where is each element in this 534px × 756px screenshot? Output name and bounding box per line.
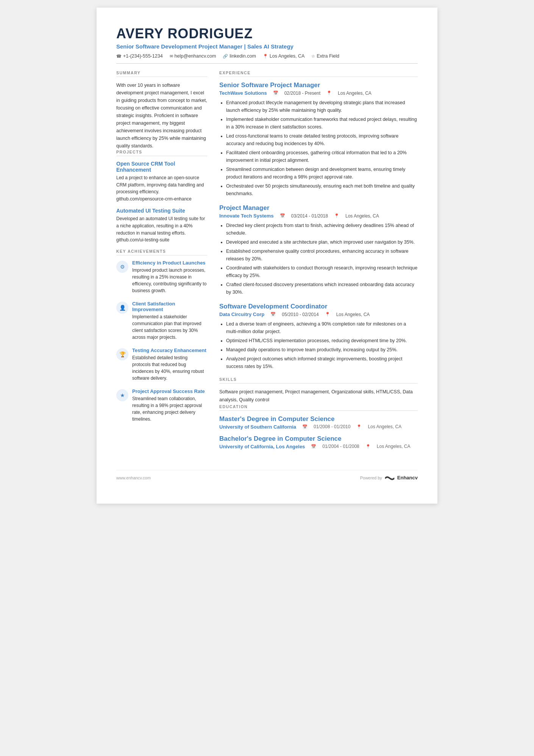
trophy-icon: 🏆: [119, 351, 126, 357]
bullet-2-1: Optimized HTML/CSS implementation proces…: [226, 337, 418, 344]
experience-section: EXPERIENCE Senior Software Project Manag…: [219, 70, 418, 370]
bullet-2-0: Led a diverse team of engineers, achievi…: [226, 320, 418, 335]
job-date-1: 03/2014 - 01/2018: [291, 213, 328, 219]
bullet-1-4: Crafted client-focused discovery present…: [226, 281, 418, 296]
linkedin-text: linkedin.com: [230, 53, 256, 59]
edu-calendar-icon-1: 📅: [311, 444, 316, 449]
achievements-label: KEY ACHIEVEMENTS: [116, 249, 207, 255]
edu-calendar-icon-0: 📅: [302, 424, 308, 429]
location-pin-icon-2: 📍: [325, 312, 330, 317]
experience-label: EXPERIENCE: [219, 70, 418, 77]
brand-name: Enhancv: [397, 475, 418, 481]
email-icon: ✉: [170, 54, 173, 59]
edu-location-icon-0: 📍: [356, 424, 362, 429]
header: AVERY RODRIGUEZ Senior Software Developm…: [116, 26, 418, 64]
bullet-1-1: Developed and executed a site architectu…: [226, 238, 418, 246]
bullet-2-3: Analyzed project outcomes which informed…: [226, 355, 418, 370]
job-title-2: Software Development Coordinator: [219, 303, 418, 310]
summary-text: With over 10 years in software developme…: [116, 81, 207, 150]
job-0: Senior Software Project Manager TechWave…: [219, 81, 418, 197]
bullet-0-4: Streamlined communication between design…: [226, 166, 418, 181]
contact-location: 📍 Los Angeles, CA: [263, 53, 304, 59]
achievement-icon-0: ⚙: [116, 261, 128, 273]
edu-meta-0: University of Southern California 📅 01/2…: [219, 424, 418, 430]
bullet-1-0: Directed key client projects from start …: [226, 222, 418, 237]
email-text: help@enhancv.com: [175, 53, 216, 59]
achievement-title-3: Project Approval Success Rate: [132, 388, 207, 394]
edu-meta-1: University of California, Los Angeles 📅 …: [219, 444, 418, 449]
job-date-2: 05/2010 - 02/2014: [282, 312, 319, 317]
contact-extra: ☆ Extra Field: [311, 53, 339, 59]
achievement-title-1: Client Satisfaction Improvement: [132, 301, 207, 312]
location-pin-icon-0: 📍: [326, 91, 332, 95]
phone-icon: ☎: [116, 54, 122, 59]
achievement-desc-2: Established detailed testing protocols t…: [132, 354, 207, 382]
achievement-desc-3: Streamlined team collaboration, resultin…: [132, 395, 207, 423]
achievement-desc-0: Improved product launch processes, resul…: [132, 267, 207, 294]
job-title-1: Project Manager: [219, 204, 418, 212]
achievement-desc-1: Implemented a stakeholder communication …: [132, 313, 207, 341]
job-2: Software Development Coordinator Data Ci…: [219, 303, 418, 370]
achievement-content-1: Client Satisfaction Improvement Implemen…: [132, 301, 207, 341]
edu-degree-0: Master's Degree in Computer Science: [219, 415, 418, 423]
achievements-section: KEY ACHIEVEMENTS ⚙ Efficiency in Product…: [116, 249, 207, 423]
achievement-content-0: Efficiency in Product Launches Improved …: [132, 260, 207, 294]
edu-location-icon-1: 📍: [365, 444, 371, 449]
contact-linkedin: 🔗 linkedin.com: [223, 53, 256, 59]
job-date-0: 02/2018 - Present: [284, 91, 320, 96]
skills-section: SKILLS Software project management, Proj…: [219, 377, 418, 404]
job-company-0: TechWave Solutions: [219, 90, 267, 96]
achievement-item-3: ★ Project Approval Success Rate Streamli…: [116, 388, 207, 423]
education-section: EDUCATION Master's Degree in Computer Sc…: [219, 404, 418, 449]
phone-text: +1-(234)-555-1234: [123, 53, 163, 59]
job-location-2: Los Angeles, CA: [336, 312, 370, 317]
summary-section: SUMMARY With over 10 years in software d…: [116, 70, 207, 150]
bullet-1-2: Established comprehensive quality contro…: [226, 247, 418, 263]
candidate-title: Senior Software Development Project Mana…: [116, 43, 418, 50]
projects-label: PROJECTS: [116, 150, 207, 156]
candidate-name: AVERY RODRIGUEZ: [116, 26, 418, 42]
efficiency-icon: ⚙: [120, 264, 125, 270]
extra-icon: ☆: [311, 54, 315, 59]
job-meta-0: TechWave Solutions 📅 02/2018 - Present 📍…: [219, 90, 418, 96]
job-company-1: Innovate Tech Systems: [219, 213, 274, 219]
job-bullets-0: Enhanced product lifecycle management by…: [219, 99, 418, 197]
education-label: EDUCATION: [219, 404, 418, 411]
location-pin-icon-1: 📍: [334, 213, 339, 218]
job-title-0: Senior Software Project Manager: [219, 81, 418, 89]
project-item-0: Open Source CRM Tool Enhancement Led a p…: [116, 161, 207, 202]
projects-section: PROJECTS Open Source CRM Tool Enhancemen…: [116, 150, 207, 244]
star-icon: ★: [120, 392, 125, 398]
edu-school-1: University of California, Los Angeles: [219, 444, 305, 449]
achievement-title-2: Testing Accuracy Enhancement: [132, 347, 207, 353]
contact-phone: ☎ +1-(234)-555-1234: [116, 53, 163, 59]
location-icon: 📍: [263, 54, 268, 59]
location-text: Los Angeles, CA: [270, 53, 304, 59]
summary-label: SUMMARY: [116, 70, 207, 77]
calendar-icon-1: 📅: [280, 213, 285, 218]
bullet-0-1: Implemented stakeholder communication fr…: [226, 116, 418, 131]
edu-school-0: University of Southern California: [219, 424, 296, 430]
project-title-0: Open Source CRM Tool Enhancement: [116, 161, 207, 173]
edu-date-1: 01/2004 - 01/2008: [322, 444, 359, 449]
project-item-1: Automated UI Testing Suite Developed an …: [116, 208, 207, 243]
left-column: SUMMARY With over 10 years in software d…: [116, 70, 207, 455]
edu-item-0: Master's Degree in Computer Science Univ…: [219, 415, 418, 430]
calendar-icon-0: 📅: [273, 91, 278, 95]
bullet-0-3: Facilitated client onboarding processes,…: [226, 149, 418, 164]
achievement-icon-2: 🏆: [116, 348, 128, 360]
right-column: EXPERIENCE Senior Software Project Manag…: [219, 70, 418, 455]
satisfaction-icon: 👤: [119, 305, 126, 311]
job-location-1: Los Angeles, CA: [345, 213, 379, 219]
edu-degree-1: Bachelor's Degree in Computer Science: [219, 435, 418, 443]
edu-location-0: Los Angeles, CA: [368, 424, 401, 429]
job-1: Project Manager Innovate Tech Systems 📅 …: [219, 204, 418, 296]
achievement-icon-1: 👤: [116, 302, 128, 314]
achievement-title-0: Efficiency in Product Launches: [132, 260, 207, 266]
job-company-2: Data Circuitry Corp: [219, 311, 264, 317]
bullet-1-3: Coordinated with stakeholders to conduct…: [226, 264, 418, 279]
achievement-item-1: 👤 Client Satisfaction Improvement Implem…: [116, 301, 207, 341]
job-meta-1: Innovate Tech Systems 📅 03/2014 - 01/201…: [219, 213, 418, 219]
resume-page: AVERY RODRIGUEZ Senior Software Developm…: [97, 8, 437, 504]
job-location-0: Los Angeles, CA: [338, 91, 372, 96]
